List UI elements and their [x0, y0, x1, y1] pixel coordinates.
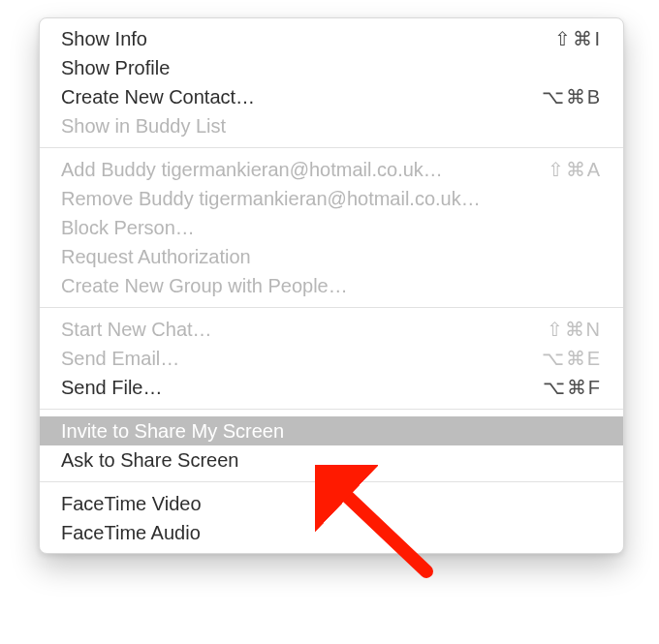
menu-item-label: Start New Chat… — [61, 315, 212, 344]
menu-item-label: Remove Buddy tigermankieran@hotmail.co.u… — [61, 184, 481, 213]
menu-item-block-person: Block Person… — [40, 213, 623, 242]
menu-item-show-info[interactable]: Show Info ⇧⌘I — [40, 24, 623, 53]
menu-separator — [40, 409, 623, 410]
menu-item-show-profile[interactable]: Show Profile — [40, 53, 623, 82]
menu-item-shortcut: ⌥⌘E — [530, 344, 602, 373]
menu-item-label: Block Person… — [61, 213, 195, 242]
menu-item-send-email: Send Email… ⌥⌘E — [40, 344, 623, 373]
menu-item-label: FaceTime Audio — [61, 518, 201, 547]
context-menu: Show Info ⇧⌘I Show Profile Create New Co… — [39, 17, 624, 554]
menu-item-shortcut: ⌥⌘F — [531, 373, 602, 402]
menu-item-send-file[interactable]: Send File… ⌥⌘F — [40, 373, 623, 402]
menu-item-request-authorization: Request Authorization — [40, 242, 623, 271]
menu-item-label: Invite to Share My Screen — [61, 416, 284, 445]
menu-item-label: Ask to Share Screen — [61, 445, 238, 475]
menu-item-label: Show in Buddy List — [61, 111, 226, 140]
menu-separator — [40, 307, 623, 308]
menu-item-label: Add Buddy tigermankieran@hotmail.co.uk… — [61, 155, 443, 184]
menu-item-shortcut: ⇧⌘I — [543, 24, 602, 53]
menu-separator — [40, 147, 623, 148]
menu-item-label: Create New Contact… — [61, 82, 255, 111]
menu-item-label: Request Authorization — [61, 242, 251, 271]
menu-item-shortcut: ⇧⌘A — [536, 155, 602, 184]
menu-item-facetime-video[interactable]: FaceTime Video — [40, 489, 623, 518]
menu-item-add-buddy: Add Buddy tigermankieran@hotmail.co.uk… … — [40, 155, 623, 184]
menu-item-label: Create New Group with People… — [61, 271, 348, 300]
menu-item-show-in-buddy-list: Show in Buddy List — [40, 111, 623, 140]
menu-item-shortcut: ⇧⌘N — [535, 315, 602, 344]
menu-item-create-new-contact[interactable]: Create New Contact… ⌥⌘B — [40, 82, 623, 111]
menu-item-label: Send Email… — [61, 344, 179, 373]
menu-item-create-new-group: Create New Group with People… — [40, 271, 623, 300]
menu-item-start-new-chat: Start New Chat… ⇧⌘N — [40, 315, 623, 344]
menu-item-shortcut: ⌥⌘B — [530, 82, 602, 111]
menu-item-label: Send File… — [61, 373, 163, 402]
menu-item-invite-to-share-my-screen[interactable]: Invite to Share My Screen — [40, 416, 623, 445]
menu-item-label: Show Profile — [61, 53, 170, 82]
menu-item-remove-buddy: Remove Buddy tigermankieran@hotmail.co.u… — [40, 184, 623, 213]
menu-separator — [40, 481, 623, 482]
menu-item-facetime-audio[interactable]: FaceTime Audio — [40, 518, 623, 547]
menu-item-label: Show Info — [61, 24, 147, 53]
menu-item-ask-to-share-screen[interactable]: Ask to Share Screen — [40, 445, 623, 475]
menu-item-label: FaceTime Video — [61, 489, 202, 518]
